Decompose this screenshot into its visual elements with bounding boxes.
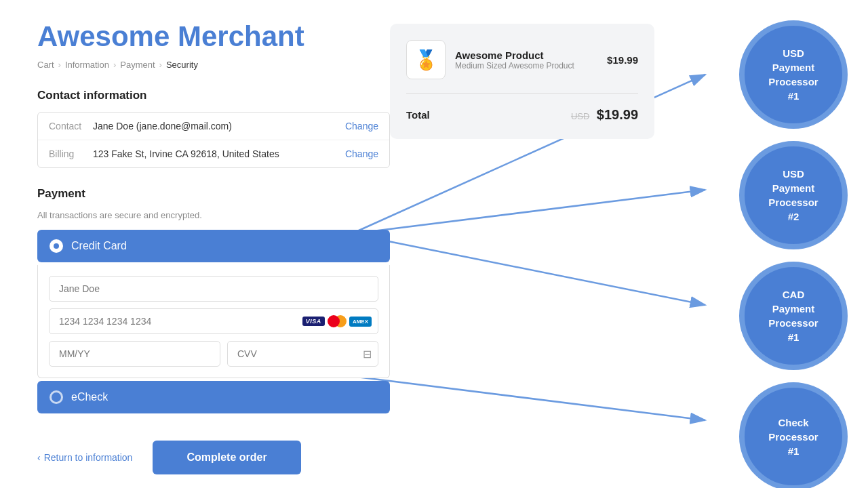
echeck-radio xyxy=(50,390,63,404)
breadcrumb-cart[interactable]: Cart xyxy=(37,60,54,70)
sep-2: › xyxy=(113,60,116,70)
return-label: Return to information xyxy=(44,452,133,463)
credit-card-radio xyxy=(50,239,63,253)
bottom-actions: ‹ Return to information Complete order xyxy=(37,441,390,474)
product-name: Awesome Product xyxy=(455,49,597,61)
usd-processor-1: USDPaymentProcessor#1 xyxy=(739,20,848,129)
product-image: 🏅 xyxy=(406,40,446,79)
product-desc: Medium Sized Awesome Product xyxy=(455,61,597,70)
total-price: $19.99 xyxy=(597,107,638,122)
return-to-information-link[interactable]: ‹ Return to information xyxy=(37,452,132,463)
breadcrumb: Cart › Information › Payment › Security xyxy=(37,60,390,70)
cardholder-name-input[interactable] xyxy=(49,276,378,302)
contact-section-title: Contact information xyxy=(37,89,390,102)
svg-line-2 xyxy=(351,190,705,234)
payment-subtitle: All transactions are secure and encrypte… xyxy=(37,210,390,220)
order-summary-panel: 🏅 Awesome Product Medium Sized Awesome P… xyxy=(390,24,654,139)
credit-card-option[interactable]: Credit Card xyxy=(37,230,390,262)
cad-processor-1: CADPaymentProcessor#1 xyxy=(739,262,848,370)
product-row: 🏅 Awesome Product Medium Sized Awesome P… xyxy=(406,40,638,94)
amex-icon: AMEX xyxy=(349,317,372,327)
expiry-input[interactable] xyxy=(49,341,220,367)
product-price: $19.99 xyxy=(607,54,638,66)
expiry-cvv-row: ⊟ xyxy=(49,341,378,367)
credit-card-fields: VISA AMEX ⊟ xyxy=(37,265,390,378)
visa-icon: VISA xyxy=(302,317,325,326)
chevron-left-icon: ‹ xyxy=(37,452,41,463)
left-panel: Awesome Merchant Cart › Information › Pa… xyxy=(37,20,390,474)
complete-order-button[interactable]: Complete order xyxy=(153,441,300,474)
breadcrumb-security: Security xyxy=(166,60,198,70)
contact-info-box: Contact Jane Doe (jane.done@mail.com) Ch… xyxy=(37,112,390,168)
payment-section-title: Payment xyxy=(37,187,390,201)
total-original: USD xyxy=(571,111,589,121)
usd-processor-2: USDPaymentProcessor#2 xyxy=(739,141,848,249)
credit-card-label: Credit Card xyxy=(71,240,127,252)
check-processor-1: CheckProcessor#1 xyxy=(739,382,848,488)
product-info: Awesome Product Medium Sized Awesome Pro… xyxy=(455,49,597,70)
breadcrumb-payment[interactable]: Payment xyxy=(120,60,155,70)
card-number-row: VISA AMEX xyxy=(49,308,378,334)
cvv-wrapper: ⊟ xyxy=(227,341,378,367)
billing-row: Billing 123 Fake St, Irvine CA 92618, Un… xyxy=(38,140,389,167)
sep-3: › xyxy=(159,60,162,70)
echeck-option[interactable]: eCheck xyxy=(37,381,390,413)
contact-change-button[interactable]: Change xyxy=(345,121,378,131)
breadcrumb-information[interactable]: Information xyxy=(65,60,109,70)
card-icons: VISA AMEX xyxy=(302,315,372,327)
processors-panel: USDPaymentProcessor#1 USDPaymentProcesso… xyxy=(739,20,848,488)
total-row: Total USD $19.99 xyxy=(406,107,638,123)
total-label: Total xyxy=(406,109,430,121)
cvv-icon: ⊟ xyxy=(363,348,372,361)
billing-value: 123 Fake St, Irvine CA 92618, United Sta… xyxy=(93,148,345,159)
mastercard-icon xyxy=(328,315,347,327)
echeck-label: eCheck xyxy=(71,391,108,403)
contact-row: Contact Jane Doe (jane.done@mail.com) Ch… xyxy=(38,113,389,140)
billing-label: Billing xyxy=(49,148,93,159)
total-price-group: USD $19.99 xyxy=(571,107,638,123)
contact-value: Jane Doe (jane.done@mail.com) xyxy=(93,121,345,131)
sep-1: › xyxy=(58,60,61,70)
merchant-title: Awesome Merchant xyxy=(37,20,390,53)
cvv-input[interactable] xyxy=(227,341,378,367)
billing-change-button[interactable]: Change xyxy=(345,148,378,159)
svg-line-4 xyxy=(351,376,705,420)
contact-label: Contact xyxy=(49,121,93,131)
svg-line-3 xyxy=(351,234,705,305)
